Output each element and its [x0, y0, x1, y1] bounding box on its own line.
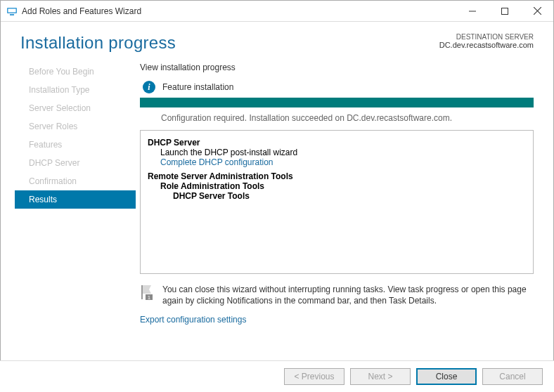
nav-confirmation: Confirmation: [15, 172, 136, 190]
note-text: You can close this wizard without interr…: [162, 284, 534, 306]
info-icon: i: [143, 81, 155, 93]
results-box: DHCP Server Launch the DHCP post-install…: [140, 130, 534, 274]
destination-server: DC.dev.recastsoftware.com: [439, 41, 534, 49]
nav-installation-type: Installation Type: [15, 81, 136, 99]
flag-badge: 1: [148, 295, 150, 300]
svg-rect-1: [8, 8, 16, 12]
progress-bar: [140, 98, 534, 107]
svg-rect-4: [502, 8, 508, 14]
maximize-button[interactable]: [489, 1, 521, 22]
flag-icon: 1: [140, 284, 155, 301]
svg-marker-7: [142, 285, 151, 294]
nav-results: Results: [15, 190, 136, 209]
progress-fill: [140, 98, 534, 107]
nav-dhcp-server: DHCP Server: [15, 154, 136, 172]
result-dhcp-server: DHCP Server: [148, 138, 526, 148]
nav-before-you-begin: Before You Begin: [15, 63, 136, 81]
nav-server-roles: Server Roles: [15, 117, 136, 136]
page-title: Installation progress: [20, 33, 176, 53]
header: Installation progress DESTINATION SERVER…: [1, 22, 553, 53]
complete-dhcp-link[interactable]: Complete DHCP configuration: [148, 157, 526, 167]
close-window-button[interactable]: [521, 1, 553, 22]
result-rsat: Remote Server Administration Tools: [148, 171, 526, 181]
result-launch-wizard: Launch the DHCP post-install wizard: [148, 148, 526, 157]
wizard-nav: Before You Begin Installation Type Serve…: [1, 63, 136, 325]
window-title: Add Roles and Features Wizard: [22, 6, 456, 16]
previous-button: < Previous: [284, 368, 344, 385]
destination-box: DESTINATION SERVER DC.dev.recastsoftware…: [439, 33, 534, 49]
titlebar: Add Roles and Features Wizard: [1, 1, 553, 22]
close-button[interactable]: Close: [416, 368, 477, 385]
result-dhcp-tools: DHCP Server Tools: [148, 191, 526, 201]
server-manager-icon: [6, 6, 18, 17]
status-text: Configuration required. Installation suc…: [140, 113, 534, 123]
info-row: i Feature installation: [143, 81, 534, 93]
note-row: 1 You can close this wizard without inte…: [140, 284, 534, 306]
minimize-button[interactable]: [456, 1, 489, 22]
info-text: Feature installation: [162, 82, 233, 92]
svg-rect-2: [10, 14, 14, 15]
nav-features: Features: [15, 136, 136, 154]
main-heading: View installation progress: [140, 63, 534, 72]
footer: < Previous Next > Close Cancel: [0, 360, 554, 392]
destination-label: DESTINATION SERVER: [439, 33, 534, 41]
export-config-link[interactable]: Export configuration settings: [140, 315, 246, 325]
result-role-admin: Role Administration Tools: [148, 181, 526, 191]
main-content: View installation progress i Feature ins…: [136, 63, 553, 325]
next-button: Next >: [350, 368, 411, 385]
cancel-button: Cancel: [482, 368, 543, 385]
window-controls: [456, 1, 553, 22]
nav-server-selection: Server Selection: [15, 99, 136, 117]
